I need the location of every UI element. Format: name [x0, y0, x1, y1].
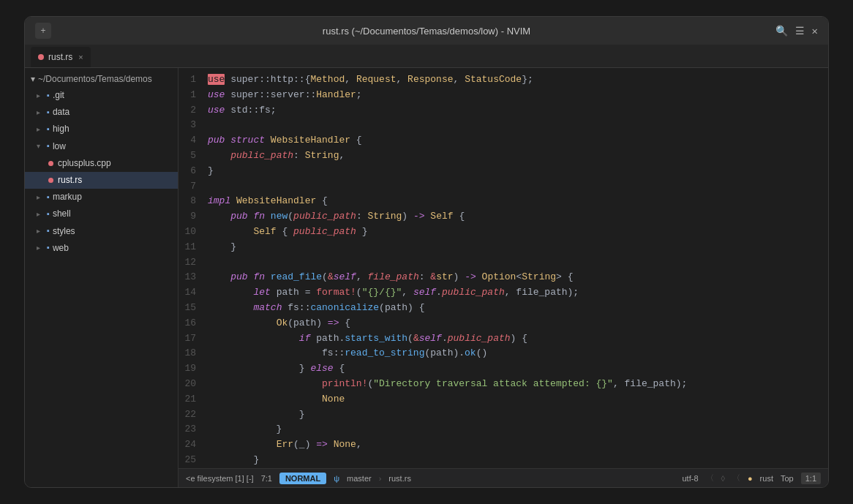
status-scroll: Top: [781, 474, 794, 483]
sidebar-item-git[interactable]: ▸ ▪ .git: [25, 87, 178, 104]
folder-arrow-icon: ▸: [37, 90, 44, 102]
sidebar-item-web[interactable]: ▸ ▪ web: [25, 240, 178, 257]
sidebar-item-styles[interactable]: ▸ ▪ styles: [25, 223, 178, 240]
new-tab-button[interactable]: +: [35, 23, 51, 39]
code-editor[interactable]: use super::http::{Method, Request, Respo…: [205, 68, 828, 468]
sidebar-item-rust-rs[interactable]: rust.rs: [25, 172, 178, 189]
status-location: 1:1: [801, 473, 821, 484]
sidebar-item-data[interactable]: ▸ ▪ data: [25, 104, 178, 121]
line-numbers: 1 1 2 3 4 5 6 7 8 9 10 11 12 13 14 15 16: [179, 68, 205, 468]
tab-modified-dot: [38, 54, 44, 60]
code-line-2: use std::fs;: [205, 103, 828, 119]
sidebar-item-label: cplusplus.cpp: [58, 157, 111, 170]
status-prompt-icon: ψ: [334, 474, 339, 483]
main-area: ▾ ~/Documentos/Temas/demos ▸ ▪ .git ▸ ▪ …: [25, 68, 828, 487]
folder-icon: ▪: [47, 123, 50, 136]
tab-label: rust.rs: [48, 52, 72, 62]
code-line-13: pub fn read_file(&self, file_path: &str)…: [205, 270, 828, 285]
sidebar-item-label: low: [53, 140, 66, 154]
folder-icon: ▪: [47, 191, 50, 204]
code-line-1b: use super::server::Handler;: [205, 88, 828, 103]
code-container[interactable]: 1 1 2 3 4 5 6 7 8 9 10 11 12 13 14 15 16: [179, 68, 828, 468]
code-line-23: }: [205, 422, 828, 437]
code-line-8: impl WebsiteHandler {: [205, 194, 828, 209]
code-line-19: } else {: [205, 361, 828, 377]
folder-arrow-icon: ▸: [37, 225, 44, 237]
titlebar-right: 🔍 ☰ ✕: [775, 25, 818, 37]
folder-icon: ▪: [47, 89, 50, 102]
code-line-25: }: [205, 453, 828, 468]
code-line-14: let path = format!("{}/{}", self.public_…: [205, 285, 828, 301]
sidebar-item-cplusplus[interactable]: cplusplus.cpp: [25, 155, 178, 172]
search-icon[interactable]: 🔍: [775, 25, 788, 37]
status-delta-icon: ◊: [721, 474, 725, 483]
sidebar-item-label: shell: [53, 207, 71, 221]
code-line-9: pub fn new(public_path: String) -> Self …: [205, 209, 828, 225]
sidebar-item-label: data: [53, 105, 69, 119]
sidebar: ▾ ~/Documentos/Temas/demos ▸ ▪ .git ▸ ▪ …: [25, 68, 179, 487]
tab-close-button[interactable]: ×: [78, 53, 83, 61]
file-modified-dot: [48, 178, 53, 183]
folder-icon: ▪: [47, 208, 50, 221]
code-line-20: println!("Directory traversal attack att…: [205, 377, 828, 392]
status-dot-icon: 〈: [732, 473, 740, 484]
close-icon[interactable]: ✕: [812, 25, 818, 37]
status-right: utf-8 〈 ◊ 〈 ● rust Top 1:1: [683, 473, 822, 484]
titlebar-left: +: [35, 23, 51, 39]
menu-icon[interactable]: ☰: [795, 25, 805, 37]
status-bar: <e filesystem [1] [-] 7:1 NORMAL ψ maste…: [179, 468, 828, 487]
sidebar-item-shell[interactable]: ▸ ▪ shell: [25, 206, 178, 222]
folder-icon: ▪: [47, 106, 50, 119]
plus-icon: +: [40, 26, 45, 36]
code-line-10: Self { public_path }: [205, 225, 828, 240]
status-position: 7:1: [261, 474, 272, 483]
code-line-12: [205, 255, 828, 271]
code-line-18: fs::read_to_string(path).ok(): [205, 346, 828, 361]
status-circle-icon: ●: [748, 474, 753, 483]
status-branch-arrow: ›: [379, 474, 382, 483]
folder-open-icon: ▪: [47, 140, 50, 153]
tabs-bar: rust.rs ×: [25, 45, 828, 68]
code-line-22: }: [205, 407, 828, 423]
folder-arrow-icon: ▸: [37, 242, 44, 254]
code-line-3: [205, 118, 828, 133]
status-filetype: rust: [760, 474, 773, 483]
code-line-15: match fs::canonicalize(path) {: [205, 301, 828, 316]
code-line-11: }: [205, 240, 828, 255]
status-mode-badge: NORMAL: [279, 473, 326, 484]
editor-area: 1 1 2 3 4 5 6 7 8 9 10 11 12 13 14 15 16: [179, 68, 828, 487]
folder-open-arrow-icon: ▾: [37, 140, 44, 152]
sidebar-item-label: high: [53, 122, 69, 136]
sidebar-item-label: web: [53, 241, 69, 255]
sidebar-item-markup[interactable]: ▸ ▪ markup: [25, 189, 178, 206]
sidebar-item-high[interactable]: ▸ ▪ high: [25, 121, 178, 138]
root-arrow-icon: ▾: [31, 74, 35, 84]
window-title: rust.rs (~/Documentos/Temas/demos/low) -…: [323, 26, 530, 37]
folder-arrow-icon: ▸: [37, 192, 44, 203]
folder-icon: ▪: [47, 241, 50, 255]
sidebar-item-label: rust.rs: [58, 173, 82, 187]
sidebar-item-label: .git: [53, 89, 64, 102]
code-line-17: if path.starts_with(&self.public_path) {: [205, 331, 828, 347]
status-filesystem-info: <e filesystem [1] [-]: [186, 474, 254, 483]
code-line-16: Ok(path) => {: [205, 316, 828, 331]
sidebar-item-label: styles: [53, 225, 75, 238]
folder-arrow-icon: ▸: [37, 107, 44, 119]
sidebar-item-label: markup: [53, 190, 82, 204]
code-line-24: Err(_) => None,: [205, 437, 828, 453]
code-line-7: [205, 179, 828, 195]
status-encoding-icon: 〈: [706, 473, 714, 484]
code-line-6: }: [205, 164, 828, 179]
sidebar-root-folder[interactable]: ▾ ~/Documentos/Temas/demos: [25, 71, 178, 87]
tab-rust-rs[interactable]: rust.rs ×: [31, 47, 91, 67]
status-branch: master: [347, 474, 372, 483]
status-encoding: utf-8: [683, 474, 699, 483]
code-line-1: use super::http::{Method, Request, Respo…: [205, 72, 828, 88]
folder-arrow-icon: ▸: [37, 124, 44, 135]
status-left: <e filesystem [1] [-] 7:1 NORMAL ψ maste…: [186, 473, 411, 484]
sidebar-item-low[interactable]: ▾ ▪ low: [25, 138, 178, 155]
code-line-5: public_path: String,: [205, 148, 828, 164]
code-line-4: pub struct WebsiteHandler {: [205, 133, 828, 148]
titlebar: + rust.rs (~/Documentos/Temas/demos/low)…: [25, 17, 828, 45]
folder-arrow-icon: ▸: [37, 208, 44, 220]
